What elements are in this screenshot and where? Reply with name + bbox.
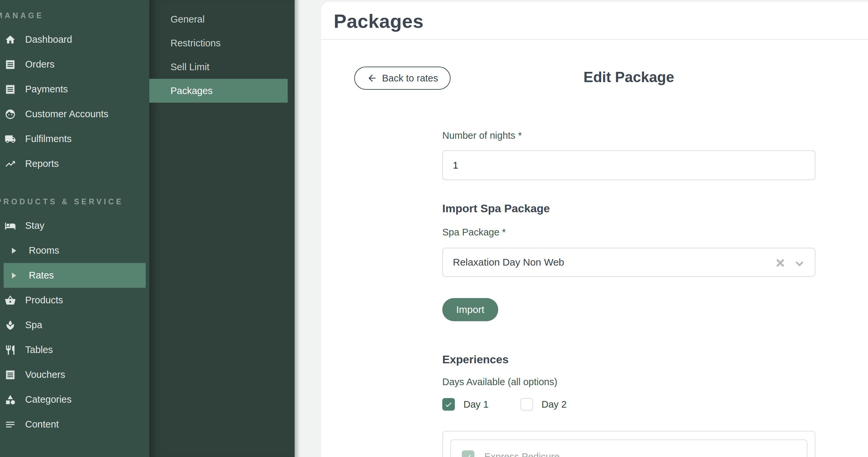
sidebar-item-label: Payments (25, 84, 68, 95)
experiences-heading: Experiences (442, 353, 815, 366)
experiences-card: Express Pedicure (442, 431, 815, 457)
sidebar-item-reports[interactable]: Reports (0, 151, 149, 176)
sidebar-item-products[interactable]: Products (0, 288, 149, 313)
sidebar-item-label: Stay (25, 220, 44, 231)
clear-selection-icon[interactable] (774, 256, 787, 270)
day-2-label: Day 2 (541, 399, 567, 410)
app-root: MANAGE Dashboard Orders Payments Custome… (0, 0, 868, 457)
section-label-products-service: PRODUCTS & SERVICE (0, 197, 149, 207)
sidebar-item-label: Tables (25, 344, 53, 355)
notes-icon (5, 419, 16, 430)
day-1-label: Day 1 (463, 399, 489, 410)
back-to-rates-button[interactable]: Back to rates (354, 67, 451, 90)
sidebar-item-payments[interactable]: Payments (0, 77, 149, 102)
sidebar-item-label: Rates (29, 270, 54, 281)
sidebar-item-rooms[interactable]: Rooms (0, 238, 149, 263)
sidebar-item-fulfilments[interactable]: Fulfilments (0, 126, 149, 151)
content-gutter (294, 0, 321, 457)
bed-icon (5, 220, 16, 232)
spa-icon (5, 319, 16, 331)
trending-up-icon (5, 158, 16, 170)
toolbar-row: Back to rates Edit Package (321, 67, 868, 90)
sidebar-item-spa[interactable]: Spa (0, 313, 149, 337)
edit-package-heading: Edit Package (442, 65, 815, 90)
sidebar-item-content[interactable]: Content (0, 412, 149, 437)
submenu-item-general[interactable]: General (149, 7, 294, 31)
day-2-checkbox[interactable] (520, 398, 533, 410)
experience-item-row: Express Pedicure (462, 450, 807, 457)
receipt-icon (5, 59, 16, 70)
express-pedicure-checkbox[interactable] (462, 450, 474, 457)
primary-sidebar: MANAGE Dashboard Orders Payments Custome… (0, 0, 149, 457)
sidebar-item-vouchers[interactable]: Vouchers (0, 362, 149, 387)
experience-item-label: Express Pedicure (484, 451, 559, 457)
chevron-down-icon[interactable] (793, 257, 806, 270)
days-checkbox-row: Day 1 Day 2 (442, 398, 815, 410)
sidebar-item-label: Dashboard (25, 34, 72, 45)
basket-icon (5, 295, 16, 306)
shapes-icon (5, 394, 16, 405)
arrow-left-icon (367, 73, 377, 84)
sidebar-item-label: Products (25, 295, 63, 306)
restaurant-icon (5, 344, 16, 356)
package-form: Number of nights * Import Spa Package Sp… (442, 130, 815, 457)
face-icon (5, 109, 16, 120)
receipt-icon (5, 84, 16, 95)
main-content: Packages Back to rates Edit Package Numb… (321, 2, 868, 457)
experiences-option-card: Express Pedicure (450, 439, 807, 457)
sidebar-item-label: Reports (25, 158, 59, 169)
sidebar-item-orders[interactable]: Orders (0, 52, 149, 77)
truck-icon (5, 133, 16, 145)
spa-package-selected-value: Relaxation Day Non Web (443, 257, 564, 268)
sidebar-item-customer-accounts[interactable]: Customer Accounts (0, 102, 149, 126)
spa-package-select[interactable]: Relaxation Day Non Web (442, 248, 815, 277)
sidebar-item-tables[interactable]: Tables (0, 337, 149, 362)
sidebar-item-label: Content (25, 419, 59, 430)
section-label-manage: MANAGE (0, 10, 149, 21)
sidebar-item-label: Orders (25, 59, 55, 70)
home-icon (5, 34, 16, 45)
sidebar-item-rates[interactable]: Rates (4, 263, 146, 288)
sidebar-item-label: Customer Accounts (25, 109, 108, 120)
check-icon (464, 452, 472, 457)
caret-right-icon (12, 248, 16, 254)
import-button[interactable]: Import (442, 298, 498, 321)
spa-package-label: Spa Package * (442, 227, 815, 238)
page-title: Packages (334, 10, 868, 32)
import-spa-package-heading: Import Spa Package (442, 202, 815, 215)
nights-label: Number of nights * (442, 130, 815, 141)
caret-right-icon (12, 273, 16, 278)
sidebar-item-dashboard[interactable]: Dashboard (0, 27, 149, 52)
sidebar-item-categories[interactable]: Categories (0, 387, 149, 412)
sidebar-item-label: Fulfilments (25, 133, 71, 144)
content-body: Back to rates Edit Package Number of nig… (321, 67, 868, 457)
receipt-icon (5, 369, 16, 380)
sidebar-item-label: Spa (25, 319, 42, 331)
sidebar-item-label: Rooms (29, 245, 59, 256)
sidebar-item-stay[interactable]: Stay (0, 213, 149, 238)
nights-input[interactable] (442, 150, 815, 180)
sidebar-item-label: Vouchers (25, 369, 65, 380)
secondary-sidebar: General Restrictions Sell Limit Packages (149, 0, 294, 457)
day-1-checkbox[interactable] (442, 398, 455, 410)
submenu-item-sell-limit[interactable]: Sell Limit (149, 55, 294, 79)
sidebar-item-label: Categories (25, 394, 71, 405)
days-available-label: Days Available (all options) (442, 376, 815, 388)
check-icon (444, 400, 453, 409)
submenu-item-restrictions[interactable]: Restrictions (149, 31, 294, 55)
submenu-item-packages[interactable]: Packages (149, 79, 288, 103)
page-header: Packages (321, 2, 868, 40)
back-button-label: Back to rates (382, 73, 438, 84)
